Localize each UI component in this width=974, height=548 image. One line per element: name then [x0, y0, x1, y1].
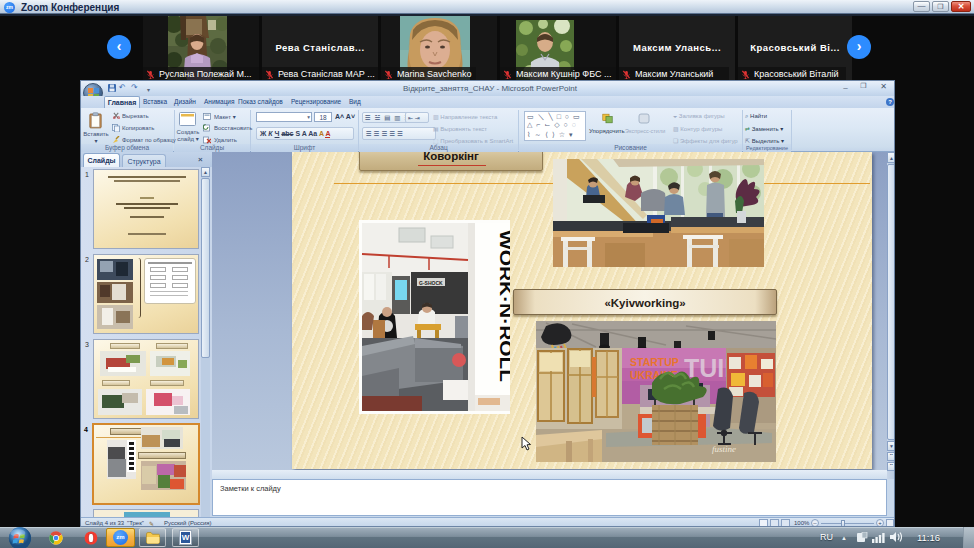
svg-text:WORK·N·ROLL: WORK·N·ROLL — [497, 230, 510, 382]
svg-text:G-SHOCK: G-SHOCK — [419, 280, 443, 286]
svg-text:fustine: fustine — [712, 444, 736, 454]
svg-text:STARTUP: STARTUP — [630, 356, 679, 368]
